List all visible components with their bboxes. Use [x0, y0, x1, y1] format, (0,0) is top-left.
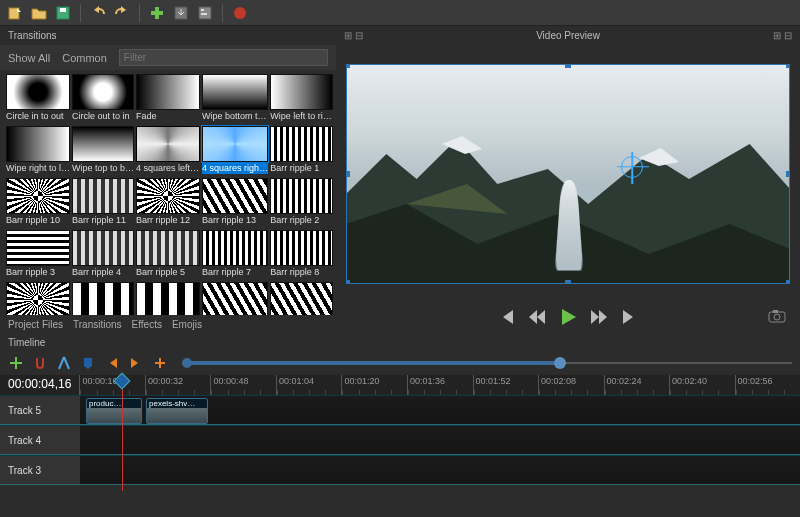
filter-input[interactable] [119, 49, 328, 66]
play-icon[interactable] [559, 308, 577, 326]
left-tabs: Project Files Transitions Effects Emojis [0, 315, 336, 334]
transition-item[interactable]: Barr ripple 2 [270, 178, 333, 226]
transform-reticle-icon[interactable] [621, 156, 643, 178]
transition-thumb [6, 74, 70, 110]
fast-forward-icon[interactable] [591, 310, 607, 324]
transition-thumb [6, 230, 70, 266]
undo-icon[interactable] [89, 4, 107, 22]
save-project-icon[interactable] [54, 4, 72, 22]
add-track-icon[interactable] [8, 355, 24, 371]
center-playhead-icon[interactable] [152, 355, 168, 371]
preview-canvas[interactable] [346, 64, 790, 284]
transition-thumb [202, 178, 268, 214]
transition-item[interactable]: Barr ripple 13 [202, 178, 268, 226]
svg-point-9 [234, 7, 246, 19]
tab-project-files[interactable]: Project Files [8, 319, 63, 330]
transition-item[interactable]: 4 squares left… [136, 126, 200, 174]
ruler-time: 00:01:52 [474, 375, 539, 387]
tab-transitions[interactable]: Transitions [73, 319, 122, 330]
video-preview-title: Video Preview [536, 30, 600, 41]
transition-item[interactable]: Wipe right to l… [6, 126, 70, 174]
transition-label: Wipe left to ri… [270, 110, 333, 122]
ruler-cell[interactable]: 00:02:24 [604, 375, 670, 395]
track-body[interactable] [80, 456, 800, 484]
ruler-cell[interactable]: 00:02:56 [735, 375, 800, 395]
ruler-time: 00:00:48 [211, 375, 276, 387]
ruler-cell[interactable]: 00:02:40 [669, 375, 735, 395]
transition-thumb [270, 178, 333, 214]
marker-icon[interactable] [80, 355, 96, 371]
ruler-cell[interactable]: 00:01:20 [341, 375, 407, 395]
tab-emojis[interactable]: Emojis [172, 319, 202, 330]
transition-label: Barr ripple 3 [6, 266, 70, 278]
skip-end-icon[interactable] [621, 310, 637, 324]
skip-start-icon[interactable] [499, 310, 515, 324]
transition-item[interactable]: Wipe top to b… [72, 126, 134, 174]
track-body[interactable] [80, 426, 800, 454]
transition-item[interactable]: Circle in to out [6, 74, 70, 122]
transition-item[interactable]: Barr ripple 10 [6, 178, 70, 226]
transition-item[interactable]: Circle out to in [72, 74, 134, 122]
transition-item[interactable]: Big barr shaki… [136, 282, 200, 315]
transition-item[interactable]: Barr ripple 11 [72, 178, 134, 226]
transition-item[interactable]: Barr ripple 4 [72, 230, 134, 278]
transition-item[interactable]: Big barr shaki… [202, 282, 268, 315]
transition-item[interactable]: Barr ripple 8 [270, 230, 333, 278]
ruler-cell[interactable]: 00:00:16 [79, 375, 145, 395]
transition-item[interactable]: Barr ripple 9 [6, 282, 70, 315]
redo-icon[interactable] [113, 4, 131, 22]
panel-menu-icon[interactable]: ⊞ ⊟ [773, 30, 792, 41]
ruler-cell[interactable]: 00:02:08 [538, 375, 604, 395]
snapshot-icon[interactable] [768, 309, 786, 325]
svg-rect-12 [773, 310, 778, 313]
transitions-grid: Circle in to outCircle out to inFadeWipe… [0, 70, 336, 315]
timeline-clip[interactable]: pexels-shv… [146, 398, 208, 424]
ruler-cell[interactable]: 00:00:32 [145, 375, 211, 395]
transition-item[interactable]: Wipe bottom t… [202, 74, 268, 122]
ruler-time: 00:02:08 [539, 375, 604, 387]
track-body[interactable]: produc…pexels-shv… [80, 396, 800, 424]
timeline-clip[interactable]: produc… [86, 398, 142, 424]
show-all-link[interactable]: Show All [8, 52, 50, 64]
transition-thumb [72, 74, 134, 110]
zoom-slider[interactable] [182, 358, 792, 368]
razor-icon[interactable] [56, 355, 72, 371]
rewind-icon[interactable] [529, 310, 545, 324]
transition-item[interactable]: Wipe left to ri… [270, 74, 333, 122]
tab-effects[interactable]: Effects [132, 319, 162, 330]
track-header[interactable]: Track 4 [0, 426, 80, 454]
timeline-ruler[interactable]: 00:00:04,16 00:00:1600:00:3200:00:4800:0… [0, 375, 800, 395]
add-icon[interactable] [148, 4, 166, 22]
snap-icon[interactable] [32, 355, 48, 371]
track-header[interactable]: Track 3 [0, 456, 80, 484]
ruler-cell[interactable]: 00:01:52 [473, 375, 539, 395]
new-project-icon[interactable] [6, 4, 24, 22]
transition-item[interactable]: Fade [136, 74, 200, 122]
clip-label: pexels-shv… [147, 399, 207, 408]
transition-label: Wipe top to b… [72, 162, 134, 174]
transition-item[interactable]: Big cross left … [270, 282, 333, 315]
transition-item[interactable]: 4 squares righ… [202, 126, 268, 174]
common-link[interactable]: Common [62, 52, 107, 64]
prev-marker-icon[interactable] [104, 355, 120, 371]
next-marker-icon[interactable] [128, 355, 144, 371]
transition-label: Barr ripple 13 [202, 214, 268, 226]
transition-item[interactable]: Barr ripple 5 [136, 230, 200, 278]
ruler-time: 00:00:32 [146, 375, 211, 387]
transition-item[interactable]: Barr ripple 3 [6, 230, 70, 278]
ruler-cell[interactable]: 00:00:48 [210, 375, 276, 395]
transition-item[interactable]: Barr ripple 1 [270, 126, 333, 174]
properties-icon[interactable] [196, 4, 214, 22]
track-header[interactable]: Track 5 [0, 396, 80, 424]
record-icon[interactable] [231, 4, 249, 22]
open-project-icon[interactable] [30, 4, 48, 22]
transition-item[interactable]: Big barr [72, 282, 134, 315]
panel-dock-icon[interactable]: ⊞ ⊟ [344, 30, 363, 41]
import-icon[interactable] [172, 4, 190, 22]
ruler-cell[interactable]: 00:01:04 [276, 375, 342, 395]
transport-controls [336, 302, 800, 334]
transition-thumb [72, 126, 134, 162]
transition-item[interactable]: Barr ripple 7 [202, 230, 268, 278]
ruler-cell[interactable]: 00:01:36 [407, 375, 473, 395]
transition-item[interactable]: Barr ripple 12 [136, 178, 200, 226]
